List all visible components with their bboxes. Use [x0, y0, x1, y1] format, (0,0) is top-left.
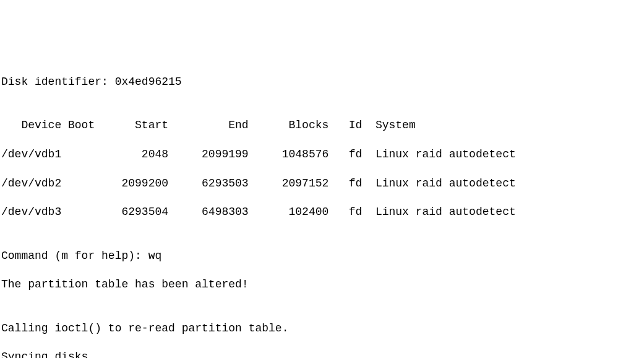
- ioctl-msg: Calling ioctl() to re-read partition tab…: [1, 321, 643, 336]
- disk-identifier: Disk identifier: 0x4ed96215: [1, 75, 643, 89]
- terminal-output[interactable]: Disk identifier: 0x4ed96215 Device Boot …: [1, 61, 643, 358]
- partition-row: /dev/vdb1 2048 2099199 1048576 fd Linux …: [1, 147, 643, 162]
- partition-row: /dev/vdb3 6293504 6498303 102400 fd Linu…: [1, 205, 643, 219]
- partition-table-header: Device Boot Start End Blocks Id System: [1, 118, 643, 133]
- partition-altered-msg: The partition table has been altered!: [1, 277, 643, 292]
- syncing-msg: Syncing disks.: [1, 350, 643, 358]
- fdisk-command-prompt: Command (m for help): wq: [1, 249, 643, 263]
- partition-row: /dev/vdb2 2099200 6293503 2097152 fd Lin…: [1, 177, 643, 191]
